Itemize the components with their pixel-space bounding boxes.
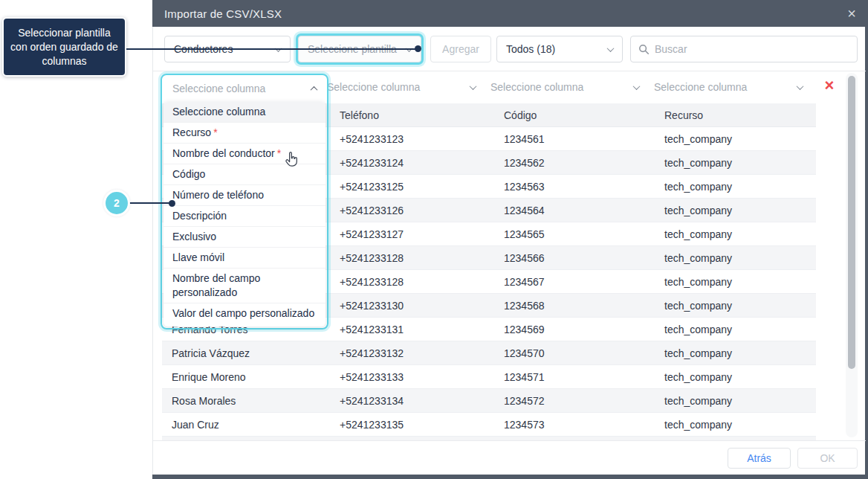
filter-select-value: Todos (18) [506, 43, 555, 55]
cell-resource: tech_company [664, 181, 816, 193]
cell-phone: +5241233123 [340, 133, 504, 145]
cell-code: 1234563 [504, 181, 664, 193]
cell-phone: +5241233134 [340, 395, 504, 407]
cell-phone: +5241233132 [340, 347, 504, 359]
cell-phone: +5241233130 [340, 300, 504, 312]
modal-title: Importar de CSV/XLSX [164, 7, 282, 20]
dropdown-option[interactable]: Recurso* [163, 123, 326, 144]
chevron-down-icon [607, 45, 615, 52]
vertical-scrollbar[interactable] [846, 73, 858, 437]
cell-resource: tech_company [664, 252, 816, 264]
required-asterisk: * [277, 147, 281, 159]
column-select-placeholder: Seleccione columna [654, 81, 747, 93]
header-cell-code: Código [504, 109, 664, 121]
cell-code: 1234573 [504, 419, 664, 431]
dropdown-option-label: Número de teléfono [172, 189, 264, 201]
back-button[interactable]: Atrás [728, 448, 791, 469]
chevron-down-icon [470, 83, 477, 90]
cell-phone: +5241233127 [340, 228, 504, 240]
cell-code: 1234569 [504, 324, 664, 335]
remove-mapping-icon[interactable]: × [820, 76, 839, 95]
table-row[interactable]: Juan Cruz +5241233135 1234573 tech_compa… [162, 413, 816, 437]
cell-name: Patricia Vázquez [162, 347, 340, 359]
dropdown-option[interactable]: Número de teléfono [163, 185, 326, 206]
cell-resource: tech_company [664, 324, 816, 335]
step-badge: 2 [103, 190, 130, 216]
cell-resource: tech_company [664, 157, 816, 169]
cell-resource: tech_company [664, 133, 816, 145]
add-button[interactable]: Agregar [430, 36, 491, 62]
dropdown-option-label: Llave móvil [172, 251, 224, 263]
dropdown-option[interactable]: Llave móvil [163, 248, 326, 269]
cell-resource: tech_company [664, 228, 816, 240]
cell-phone: +5241233126 [340, 205, 504, 216]
cell-name: Juan Cruz [162, 419, 340, 431]
annotation-tooltip: Seleccionar plantilla con orden guardado… [2, 17, 126, 77]
cell-phone: +5241233125 [340, 181, 504, 193]
table-row[interactable]: Enrique Moreno +5241233133 1234571 tech_… [162, 365, 816, 389]
dropdown-option[interactable]: Seleccione columna [163, 102, 326, 123]
cell-phone: +5241233124 [340, 157, 504, 169]
dropdown-option[interactable]: Nombre del campo personalizado [163, 269, 326, 303]
chevron-down-icon [633, 83, 641, 90]
cell-code: 1234562 [504, 157, 664, 169]
cell-phone: +5241233135 [340, 419, 504, 431]
cell-resource: tech_company [664, 371, 816, 383]
dropdown-option-label: Valor del campo personalizado [172, 307, 314, 319]
cell-resource: tech_company [664, 276, 816, 288]
close-icon[interactable]: × [847, 6, 856, 21]
column-select-1-value: Seleccione columna [172, 83, 265, 94]
ok-button[interactable]: OK [797, 448, 858, 469]
header-cell-phone: Teléfono [340, 109, 504, 121]
scrollbar-thumb[interactable] [848, 76, 855, 369]
cell-name: Rosa Morales [162, 395, 340, 407]
dropdown-option-label: Nombre del conductor [172, 147, 275, 159]
table-row[interactable]: Rosa Morales +5241233134 1234572 tech_co… [162, 389, 816, 413]
dropdown-option-label: Código [172, 168, 205, 180]
cell-name: Enrique Moreno [162, 371, 340, 383]
annotation-tooltip-text: Seleccionar plantilla con orden guardado… [10, 26, 119, 68]
toolbar-separator [153, 71, 866, 71]
dropdown-option[interactable]: Valor del campo personalizado [163, 303, 326, 324]
search-field [630, 36, 858, 62]
column-select-1[interactable]: Seleccione columna [163, 76, 326, 101]
dropdown-option-label: Nombre del campo personalizado [172, 272, 260, 298]
table-row[interactable]: Patricia Vázquez +5241233132 1234570 tec… [162, 341, 816, 365]
step-badge-number: 2 [114, 197, 120, 209]
cell-code: 1234567 [504, 276, 664, 288]
column-select-2[interactable]: Seleccione columna [327, 74, 476, 100]
cell-code: 1234571 [504, 371, 664, 383]
cell-code: 1234570 [504, 347, 664, 359]
column-select-placeholder: Seleccione columna [327, 81, 420, 93]
hand-cursor-icon [283, 151, 300, 168]
modal-header: Importar de CSV/XLSX × [152, 0, 868, 27]
cell-resource: tech_company [664, 395, 816, 407]
annotation-dot-step [169, 200, 175, 207]
column-select-1-highlight: Seleccione columna Seleccione columnaRec… [161, 74, 328, 329]
cell-resource: tech_company [664, 205, 816, 216]
footer-separator [153, 440, 866, 441]
cell-resource: tech_company [664, 419, 816, 431]
cell-code: 1234568 [504, 300, 664, 312]
column-select-placeholder: Seleccione columna [490, 81, 583, 93]
dropdown-option-label: Seleccione columna [172, 106, 265, 118]
filter-select[interactable]: Todos (18) [496, 36, 623, 62]
column-select-4[interactable]: Seleccione columna [654, 74, 803, 100]
annotation-dot-template [415, 45, 421, 52]
cell-phone: +5241233133 [340, 371, 504, 383]
dropdown-option-label: Recurso [172, 126, 211, 138]
cell-phone: +5241233128 [340, 276, 504, 288]
cell-code: 1234564 [504, 205, 664, 216]
search-icon [638, 44, 650, 55]
dropdown-option[interactable]: Nombre del conductor* [163, 144, 326, 164]
dropdown-option[interactable]: Código [163, 164, 326, 185]
dropdown-option[interactable]: Exclusivo [163, 227, 326, 248]
dropdown-option-label: Exclusivo [172, 231, 216, 242]
cell-code: 1234561 [504, 133, 664, 145]
search-input[interactable] [655, 43, 849, 55]
annotation-connector-template [126, 48, 418, 50]
cell-phone: +5241233128 [340, 252, 504, 264]
dropdown-option[interactable]: Descripción [163, 206, 326, 227]
chevron-down-icon [797, 83, 804, 90]
column-select-3[interactable]: Seleccione columna [490, 74, 639, 100]
